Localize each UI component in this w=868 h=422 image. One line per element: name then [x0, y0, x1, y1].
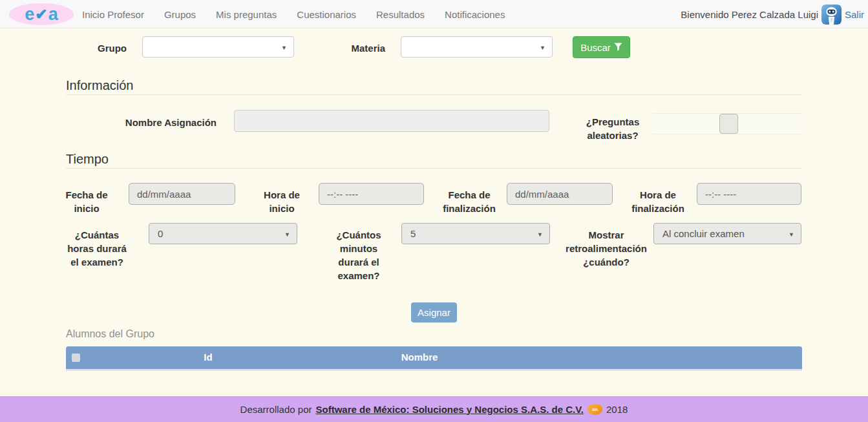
logout-link[interactable]: Salir	[845, 9, 864, 20]
minutos-examen-value: 5	[410, 228, 416, 239]
materia-label: Materia	[333, 41, 385, 55]
hora-inicio-label: Hora de inicio	[259, 188, 305, 215]
company-fish-logo-icon: on	[587, 404, 602, 415]
robot-avatar-icon	[821, 5, 842, 25]
preguntas-aleatorias-checkbox[interactable]	[719, 114, 738, 134]
preguntas-aleatorias-label: ¿Preguntas aleatorias?	[580, 115, 645, 142]
tiempo-title: Tiempo	[66, 152, 109, 167]
footer-year: 2018	[606, 404, 628, 415]
nombre-asignacion-label: Nombre Asignación	[113, 116, 217, 129]
hora-fin-label: Hora de finalización	[624, 188, 692, 215]
navbar-right: Bienvenido Perez Calzada Luigi Salir	[681, 0, 864, 28]
chevron-down-icon: ▼	[537, 231, 543, 238]
minutos-examen-label: ¿Cuántos minutos durará el examen?	[332, 228, 386, 282]
hora-inicio-input[interactable]	[319, 183, 424, 205]
asignar-button[interactable]: Asignar	[411, 302, 457, 322]
company-link[interactable]: Software de México: Soluciones y Negocio…	[315, 404, 584, 415]
horas-examen-value: 0	[158, 228, 163, 239]
grupo-select[interactable]: ▼	[142, 36, 294, 58]
logo-letter-a: a	[48, 5, 58, 24]
page: e✔a Inicio Profesor Grupos Mis preguntas…	[0, 0, 868, 422]
navbar: e✔a Inicio Profesor Grupos Mis preguntas…	[0, 0, 868, 28]
fecha-inicio-label: Fecha de inicio	[63, 188, 110, 215]
horas-examen-label: ¿Cuántas horas durará el examen?	[65, 228, 129, 269]
hora-fin-input[interactable]	[697, 183, 801, 205]
fecha-fin-label: Fecha de finalización	[436, 188, 503, 215]
retroalimentacion-label: Mostrar retroalimentación ¿cuándo?	[564, 228, 649, 269]
grupo-label: Grupo	[84, 41, 127, 55]
alumnos-del-grupo-title: Alumnos del Grupo	[66, 328, 154, 340]
retroalimentacion-value: Al concluir examen	[662, 228, 745, 239]
preguntas-aleatorias-panel	[653, 113, 801, 134]
alumnos-table-empty-body	[66, 369, 802, 371]
nav-item-mis-preguntas[interactable]: Mis preguntas	[216, 9, 277, 20]
column-header-id: Id	[204, 352, 212, 363]
alumnos-table-header: Id Nombre	[66, 346, 802, 369]
footer: Desarrollado por Software de México: Sol…	[0, 396, 868, 422]
fecha-inicio-input[interactable]	[129, 183, 235, 205]
divider	[66, 94, 802, 95]
buscar-button[interactable]: Buscar	[573, 36, 630, 58]
chevron-down-icon: ▼	[540, 45, 545, 51]
nav-item-cuestionarios[interactable]: Cuestionarios	[297, 9, 356, 20]
chevron-down-icon: ▼	[284, 231, 290, 238]
column-header-nombre: Nombre	[401, 352, 438, 363]
welcome-text: Bienvenido Perez Calzada Luigi	[681, 9, 818, 20]
nav-item-notificaciones[interactable]: Notificaciones	[445, 9, 505, 20]
materia-select[interactable]: ▼	[401, 36, 553, 58]
nav-item-resultados[interactable]: Resultados	[376, 9, 425, 20]
nav-item-inicio-profesor[interactable]: Inicio Profesor	[82, 9, 144, 20]
eva-logo[interactable]: e✔a	[9, 3, 74, 25]
nombre-asignacion-input[interactable]	[234, 110, 549, 132]
minutos-examen-select[interactable]: 5 ▼	[401, 223, 550, 244]
fecha-fin-input[interactable]	[507, 183, 613, 205]
informacion-title: Información	[66, 78, 134, 93]
filter-funnel-icon	[614, 42, 622, 53]
logo-letter-e: e	[25, 5, 34, 24]
footer-prefix: Desarrollado por	[240, 404, 312, 415]
select-all-checkbox[interactable]	[72, 353, 80, 362]
nav-menu: Inicio Profesor Grupos Mis preguntas Cue…	[82, 0, 505, 28]
buscar-label: Buscar	[580, 42, 611, 53]
chevron-down-icon: ▼	[789, 231, 794, 238]
horas-examen-select[interactable]: 0 ▼	[149, 223, 297, 244]
chevron-down-icon: ▼	[281, 45, 287, 51]
logo-check-icon: ✔	[35, 6, 47, 23]
divider	[66, 168, 802, 169]
asignar-label: Asignar	[418, 307, 450, 318]
retroalimentacion-select[interactable]: Al concluir examen ▼	[653, 223, 801, 244]
nav-item-grupos[interactable]: Grupos	[164, 9, 196, 20]
